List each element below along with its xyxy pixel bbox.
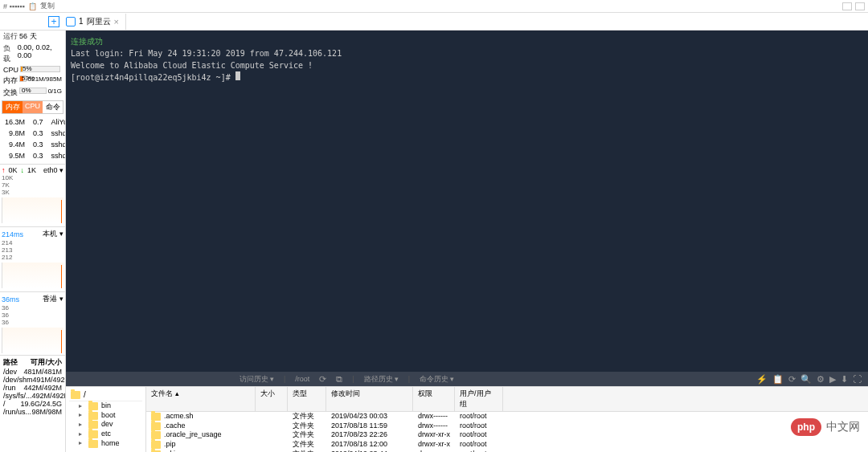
latency-chart-2: 36ms香港 ▾ 363636 — [0, 291, 65, 355]
download-icon[interactable]: ⬇ — [841, 374, 848, 385]
folder-icon — [151, 441, 161, 449]
top-bar: # ▪▪▪▪▪▪ 📋 复制 — [0, 0, 868, 13]
file-pane: / ▸bin ▸boot ▸dev ▸etc ▸home 文件名 ▴ 大小 类型… — [66, 386, 868, 452]
table-row: 16.3M0.7AliYunDu — [2, 117, 66, 127]
table-row: 9.5M0.3sshd — [2, 151, 66, 161]
add-tab-button[interactable]: + — [48, 16, 59, 27]
col-user[interactable]: 用户/用户组 — [455, 387, 503, 411]
file-list: 文件名 ▴ 大小 类型 修改时间 权限 用户/用户组 .acme.sh文件夹20… — [146, 387, 868, 452]
copy-icon[interactable]: 📋 — [772, 374, 784, 385]
file-row[interactable]: .pip文件夹2017/08/18 12:00drwxr-xr-xroot/ro… — [146, 440, 868, 450]
copy-icon[interactable]: 📋 — [28, 2, 37, 10]
cmd-history[interactable]: 命令历史 ▾ — [420, 374, 454, 385]
col-type[interactable]: 类型 — [288, 387, 326, 411]
swap-bar: 0% — [19, 88, 47, 94]
tab-bar: + 1 阿里云 × — [0, 13, 868, 31]
folder-icon — [151, 422, 161, 430]
folder-icon — [88, 412, 98, 420]
tab-mem[interactable]: 内存 — [2, 101, 23, 113]
sidebar: 运行 56 天 负载 0.00, 0.02, 0.00 CPU5% 内存53%5… — [0, 31, 66, 452]
process-table: 16.3M0.7AliYunDu 9.8M0.3sshd 9.4M0.3sshd… — [0, 116, 66, 162]
action-icon[interactable]: ⧉ — [336, 374, 342, 385]
swap-label: 交换 — [3, 88, 18, 98]
tree-root[interactable]: / — [69, 389, 142, 401]
tree-item[interactable]: ▸etc — [69, 430, 142, 439]
view-list-icon[interactable] — [855, 2, 865, 10]
path-display[interactable]: /root — [295, 375, 309, 383]
arrow-down-icon: ↓ — [21, 166, 25, 174]
cpu-bar: 5% — [20, 66, 60, 72]
host-label: # ▪▪▪▪▪▪ — [3, 2, 25, 10]
disk-section: 路径可用/大小 /dev481M/481M /dev/shm491M/492M … — [0, 355, 65, 417]
path-history[interactable]: 路径历史 ▾ — [364, 374, 399, 385]
lightning-icon[interactable]: ⚡ — [756, 374, 768, 385]
disk-row: /19.6G/24.5G — [3, 400, 62, 408]
tab-index: 1 — [79, 17, 84, 26]
file-list-header: 文件名 ▴ 大小 类型 修改时间 权限 用户/用户组 — [146, 387, 868, 412]
arrow-up-icon: ↑ — [2, 166, 6, 174]
tree-item[interactable]: ▸dev — [69, 420, 142, 430]
cursor-icon — [235, 71, 240, 80]
expand-icon[interactable]: ⛶ — [853, 374, 862, 385]
latency-chart-1: 214ms本机 ▾ 214213212 — [0, 226, 65, 290]
folder-icon — [151, 413, 161, 421]
col-size[interactable]: 大小 — [256, 387, 288, 411]
tree-item[interactable]: ▸bin — [69, 401, 142, 411]
folder-icon — [88, 440, 98, 448]
iface-dropdown[interactable]: eth0 ▾ — [43, 166, 63, 174]
term-line: 连接成功 — [71, 35, 863, 47]
disk-row: /dev481M/481M — [3, 368, 62, 376]
view-grid-icon[interactable] — [842, 2, 852, 10]
mem-label: 内存 — [3, 75, 18, 86]
loc-dropdown[interactable]: 香港 ▾ — [43, 294, 63, 304]
tab-aliyun[interactable]: 1 阿里云 × — [59, 14, 126, 30]
table-row: 9.8M0.3sshd — [2, 128, 66, 138]
load-value: 0.00, 0.02, 0.00 — [18, 43, 62, 64]
folder-icon — [151, 431, 161, 439]
search-icon[interactable]: 🔍 — [800, 374, 812, 385]
folder-icon — [71, 391, 80, 399]
tree-item[interactable]: ▸home — [69, 439, 142, 449]
load-label: 负载 — [3, 43, 16, 64]
tree-item[interactable]: ▸boot — [69, 411, 142, 421]
refresh-icon[interactable]: ⟳ — [788, 374, 796, 385]
cpu-label: CPU — [3, 66, 18, 74]
file-tree: / ▸bin ▸boot ▸dev ▸etc ▸home — [66, 387, 146, 452]
col-name[interactable]: 文件名 ▴ — [146, 387, 256, 411]
tab-cpu[interactable]: CPU — [23, 101, 43, 113]
swap-pct: 0% — [22, 87, 31, 94]
disk-row: /run/us...98M/98M — [3, 408, 62, 416]
disk-row: /dev/shm491M/492M — [3, 376, 62, 384]
col-perm[interactable]: 权限 — [413, 387, 455, 411]
refresh-icon[interactable]: ⟳ — [319, 374, 326, 385]
play-icon[interactable]: ▶ — [829, 374, 836, 385]
file-row[interactable]: .cache文件夹2017/08/18 11:59drwx------root/… — [146, 421, 868, 431]
watermark-badge: php — [791, 418, 821, 436]
close-icon[interactable]: × — [114, 17, 119, 26]
uptime-label: 运行 — [3, 31, 18, 42]
swap-value: 0/1G — [48, 88, 62, 98]
folder-icon — [88, 430, 98, 438]
term-line: Welcome to Alibaba Cloud Elastic Compute… — [71, 59, 863, 71]
network-chart: ↑0K↓1Keth0 ▾ 10K7K3K — [0, 164, 65, 225]
disk-row: /run442M/492M — [3, 384, 62, 392]
loc-dropdown[interactable]: 本机 ▾ — [43, 229, 63, 239]
col-date[interactable]: 修改时间 — [326, 387, 413, 411]
folder-icon — [88, 421, 98, 429]
status-bar: 访问历史 ▾ | /root ⟳ ⧉ | 路径历史 ▾ | 命令历史 ▾ ⚡ 📋… — [66, 372, 868, 386]
file-row[interactable]: .oracle_jre_usage文件夹2017/08/23 22:26drwx… — [146, 430, 868, 440]
cpu-pct: 5% — [23, 65, 32, 72]
watermark: php 中文网 — [791, 418, 860, 436]
terminal[interactable]: 连接成功 Last login: Fri May 24 19:31:20 201… — [66, 31, 868, 372]
visit-history[interactable]: 访问历史 ▾ — [240, 374, 274, 385]
tab-icon — [66, 17, 76, 26]
tab-cmd[interactable]: 命令 — [43, 101, 63, 113]
copy-label[interactable]: 复制 — [40, 1, 55, 11]
watermark-text: 中文网 — [826, 420, 860, 434]
gear-icon[interactable]: ⚙ — [817, 374, 825, 385]
file-row[interactable]: .acme.sh文件夹2019/04/23 00:03drwx------roo… — [146, 412, 868, 421]
tab-title: 阿里云 — [87, 16, 111, 27]
mem-bar: 53% — [19, 75, 27, 82]
process-tabs: 内存 CPU 命令 — [2, 100, 63, 114]
table-row: 9.4M0.3sshd — [2, 140, 66, 149]
